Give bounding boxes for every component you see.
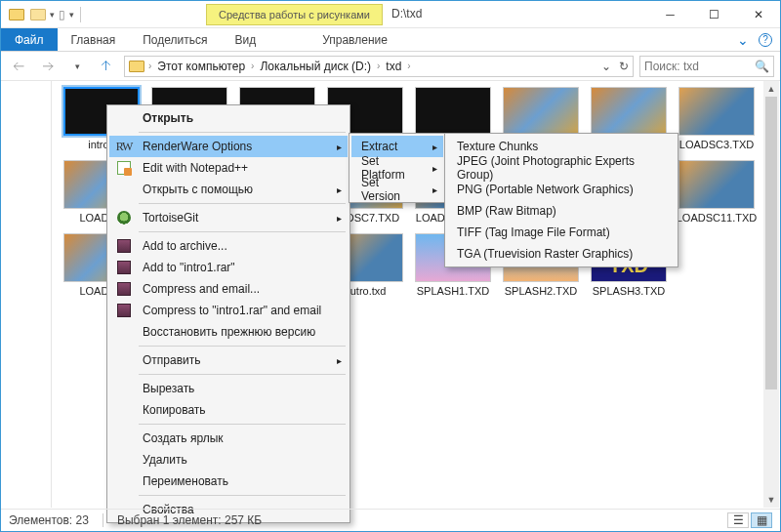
ctx-rename[interactable]: Переименовать bbox=[109, 471, 348, 492]
ribbon-tab-share[interactable]: Поделиться bbox=[129, 28, 221, 51]
close-button[interactable]: ✕ bbox=[736, 1, 780, 28]
address-dropdown-icon[interactable]: ⌄ bbox=[601, 60, 611, 73]
winrar-icon bbox=[117, 304, 131, 317]
ctx-open[interactable]: Открыть bbox=[109, 107, 348, 129]
winrar-icon bbox=[117, 282, 131, 296]
submenu-extract: Texture Chunks JPEG (Joint Photographic … bbox=[444, 133, 678, 267]
ribbon-tab-manage[interactable]: Управление bbox=[308, 28, 401, 51]
forward-button[interactable]: 🡢 bbox=[36, 55, 60, 78]
winrar-icon bbox=[117, 261, 131, 274]
title-bar: ▾ ▯ ▾ Средства работы с рисунками D:\txd… bbox=[1, 1, 780, 28]
context-menu: Открыть RWRenderWare Options▸ Edit with … bbox=[106, 104, 350, 523]
ctx-jpeg[interactable]: JPEG (Joint Photographic Experts Group) bbox=[447, 157, 676, 179]
file-label: SPLASH3.TXD bbox=[593, 285, 666, 297]
view-details-button[interactable]: ☰ bbox=[727, 512, 749, 528]
ribbon-tab-home[interactable]: Главная bbox=[58, 28, 130, 51]
crumb-this-pc[interactable]: Этот компьютер bbox=[155, 60, 247, 73]
ctx-cut[interactable]: Вырезать bbox=[109, 378, 348, 399]
ribbon-expand-icon[interactable]: ⌄ bbox=[737, 32, 749, 48]
qat-customize-icon[interactable]: ▾ bbox=[69, 10, 74, 20]
scroll-thumb[interactable] bbox=[765, 97, 777, 389]
quick-access-toolbar: ▾ ▯ ▾ bbox=[30, 8, 74, 21]
file-label: SPLASH1.TXD bbox=[417, 285, 490, 297]
ctx-add-archive[interactable]: Add to archive... bbox=[109, 235, 348, 257]
minimize-button[interactable]: ─ bbox=[648, 1, 692, 28]
search-icon: 🔍 bbox=[755, 60, 769, 73]
view-thumbnails-button[interactable]: ▦ bbox=[751, 512, 772, 528]
file-label: outro.txd bbox=[345, 285, 387, 297]
ribbon-context-title: Средства работы с рисунками bbox=[206, 4, 383, 25]
ctx-compress-email[interactable]: Compress and email... bbox=[109, 278, 348, 300]
ctx-png[interactable]: PNG (Portable Network Graphics) bbox=[447, 179, 676, 200]
scroll-up-button[interactable]: ▲ bbox=[763, 81, 779, 97]
file-item[interactable]: LOADSC3.TXD bbox=[677, 87, 757, 150]
file-thumbnail bbox=[503, 87, 579, 136]
ctx-tga[interactable]: TGA (Truevision Raster Graphics) bbox=[447, 243, 676, 265]
vertical-scrollbar[interactable]: ▲ ▼ bbox=[763, 81, 779, 508]
file-item[interactable]: LOADSC11.TXD bbox=[677, 160, 757, 224]
ctx-set-version[interactable]: Set Version▸ bbox=[351, 179, 443, 200]
ctx-bmp[interactable]: BMP (Raw Bitmap) bbox=[447, 200, 676, 222]
notepadpp-icon bbox=[117, 161, 131, 175]
back-button[interactable]: 🡠 bbox=[7, 55, 30, 78]
file-label: SPLASH2.TXD bbox=[505, 285, 578, 297]
maximize-button[interactable]: ☐ bbox=[692, 1, 736, 28]
up-button[interactable]: 🡡 bbox=[95, 55, 118, 78]
ctx-create-shortcut[interactable]: Создать ярлык bbox=[109, 428, 348, 449]
ctx-notepadpp[interactable]: Edit with Notepad++ bbox=[109, 157, 348, 179]
file-label: LOADSC11.TXD bbox=[677, 212, 758, 224]
qat-properties-icon[interactable] bbox=[30, 9, 46, 20]
ctx-delete[interactable]: Удалить bbox=[109, 449, 348, 471]
ribbon-file-tab[interactable]: Файл bbox=[1, 28, 58, 51]
window-title: D:\txd bbox=[391, 7, 422, 20]
submenu-renderware: Extract▸ Set Platform▸ Set Version▸ bbox=[349, 133, 446, 203]
nav-pane[interactable] bbox=[1, 81, 52, 508]
ctx-add-to-rar[interactable]: Add to "intro1.rar" bbox=[109, 257, 348, 278]
ctx-compress-rar-email[interactable]: Compress to "intro1.rar" and email bbox=[109, 300, 348, 321]
address-icon bbox=[129, 61, 144, 72]
status-bar: Элементов: 23 Выбран 1 элемент: 257 КБ ☰… bbox=[1, 509, 780, 531]
recent-dropdown[interactable]: ▾ bbox=[65, 55, 89, 78]
ribbon-tab-view[interactable]: Вид bbox=[221, 28, 269, 51]
file-thumbnail bbox=[591, 87, 667, 136]
file-label: LOADSC3.TXD bbox=[679, 139, 754, 150]
qat-new-icon[interactable]: ▯ bbox=[59, 8, 65, 21]
app-icon bbox=[9, 9, 24, 20]
scroll-down-button[interactable]: ▼ bbox=[763, 492, 779, 508]
ctx-open-with[interactable]: Открыть с помощью▸ bbox=[109, 179, 348, 200]
ribbon-help-icon[interactable]: ? bbox=[759, 33, 772, 47]
status-selection: Выбран 1 элемент: 257 КБ bbox=[117, 513, 262, 527]
ctx-tiff[interactable]: TIFF (Tag Image File Format) bbox=[447, 222, 676, 243]
address-field[interactable]: › Этот компьютер › Локальный диск (D:) ›… bbox=[124, 56, 634, 77]
search-box[interactable]: 🔍 bbox=[639, 56, 774, 77]
address-bar: 🡠 🡢 ▾ 🡡 › Этот компьютер › Локальный дис… bbox=[1, 52, 780, 81]
ribbon: Файл Главная Поделиться Вид Управление ⌄… bbox=[1, 28, 780, 52]
ctx-restore-prev[interactable]: Восстановить прежнюю версию bbox=[109, 321, 348, 343]
file-thumbnail bbox=[678, 160, 755, 209]
winrar-icon bbox=[117, 239, 131, 253]
renderware-icon: RW bbox=[116, 140, 133, 154]
ctx-tortoisegit[interactable]: TortoiseGit▸ bbox=[109, 207, 348, 228]
ctx-send-to[interactable]: Отправить▸ bbox=[109, 349, 348, 371]
crumb-drive[interactable]: Локальный диск (D:) bbox=[258, 60, 373, 73]
ctx-copy[interactable]: Копировать bbox=[109, 399, 348, 421]
refresh-icon[interactable]: ↻ bbox=[619, 60, 629, 73]
crumb-folder[interactable]: txd bbox=[384, 60, 403, 73]
file-thumbnail bbox=[415, 87, 491, 136]
search-input[interactable] bbox=[644, 60, 755, 73]
tortoisegit-icon bbox=[117, 211, 131, 225]
status-count-label: Элементов: 23 bbox=[9, 513, 89, 527]
qat-dropdown-icon[interactable]: ▾ bbox=[50, 10, 55, 20]
file-thumbnail bbox=[678, 87, 755, 136]
ctx-renderware[interactable]: RWRenderWare Options▸ bbox=[109, 136, 348, 157]
